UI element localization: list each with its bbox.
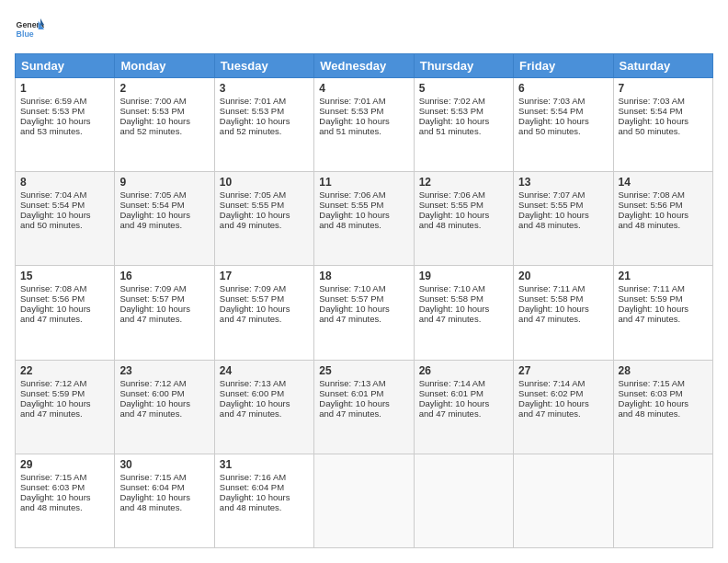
sunrise-line: Sunrise: 7:11 AM bbox=[518, 283, 585, 293]
sunset-line: Sunset: 5:53 PM bbox=[220, 106, 284, 116]
sunrise-line: Sunrise: 7:09 AM bbox=[119, 283, 186, 293]
sunrise-line: Sunrise: 7:15 AM bbox=[119, 472, 186, 482]
sunset-line: Sunset: 5:57 PM bbox=[220, 293, 284, 304]
daylight-line: Daylight: 10 hours bbox=[319, 398, 390, 408]
daylight-minutes: and 48 minutes. bbox=[119, 502, 182, 512]
daylight-line: Daylight: 10 hours bbox=[319, 210, 390, 220]
daylight-line: Daylight: 10 hours bbox=[119, 398, 190, 408]
sunrise-line: Sunrise: 7:05 AM bbox=[119, 190, 186, 200]
calendar-cell: 13Sunrise: 7:07 AMSunset: 5:55 PMDayligh… bbox=[514, 172, 613, 266]
sunrise-line: Sunrise: 7:01 AM bbox=[220, 96, 286, 106]
daylight-minutes: and 47 minutes. bbox=[419, 314, 482, 324]
sunrise-line: Sunrise: 7:09 AM bbox=[220, 283, 286, 293]
daylight-minutes: and 48 minutes. bbox=[518, 220, 581, 230]
daylight-line: Daylight: 10 hours bbox=[220, 116, 290, 126]
calendar-cell: 20Sunrise: 7:11 AMSunset: 5:58 PMDayligh… bbox=[514, 266, 613, 360]
col-thursday: Thursday bbox=[414, 54, 513, 78]
sunrise-line: Sunrise: 7:10 AM bbox=[319, 283, 385, 293]
daylight-minutes: and 48 minutes. bbox=[619, 220, 681, 230]
sunset-line: Sunset: 5:59 PM bbox=[619, 293, 683, 304]
sunset-line: Sunset: 5:57 PM bbox=[119, 293, 184, 304]
sunset-line: Sunset: 6:02 PM bbox=[518, 388, 583, 398]
day-number: 8 bbox=[20, 176, 109, 189]
col-monday: Monday bbox=[115, 54, 214, 78]
calendar-cell: 11Sunrise: 7:06 AMSunset: 5:55 PMDayligh… bbox=[314, 172, 414, 266]
daylight-minutes: and 47 minutes. bbox=[20, 408, 83, 419]
daylight-minutes: and 52 minutes. bbox=[119, 126, 182, 136]
sunset-line: Sunset: 6:00 PM bbox=[119, 388, 184, 398]
day-number: 16 bbox=[119, 270, 209, 282]
daylight-minutes: and 47 minutes. bbox=[619, 314, 681, 324]
calendar-cell: 4Sunrise: 7:01 AMSunset: 5:53 PMDaylight… bbox=[314, 78, 414, 172]
calendar-cell: 28Sunrise: 7:15 AMSunset: 6:03 PMDayligh… bbox=[613, 360, 712, 454]
day-number: 23 bbox=[119, 364, 209, 377]
day-number: 27 bbox=[518, 364, 608, 377]
daylight-line: Daylight: 10 hours bbox=[119, 210, 190, 220]
daylight-minutes: and 47 minutes. bbox=[319, 408, 381, 419]
sunset-line: Sunset: 5:55 PM bbox=[419, 200, 483, 210]
calendar-cell: 30Sunrise: 7:15 AMSunset: 6:04 PMDayligh… bbox=[115, 454, 214, 547]
daylight-minutes: and 47 minutes. bbox=[119, 314, 182, 324]
sunrise-line: Sunrise: 7:15 AM bbox=[20, 472, 86, 482]
sunset-line: Sunset: 5:58 PM bbox=[419, 293, 483, 304]
calendar-cell: 1Sunrise: 6:59 AMSunset: 5:53 PMDaylight… bbox=[16, 78, 115, 172]
col-friday: Friday bbox=[514, 54, 613, 78]
sunset-line: Sunset: 6:04 PM bbox=[220, 482, 284, 492]
sunset-line: Sunset: 6:01 PM bbox=[319, 388, 383, 398]
svg-text:Blue: Blue bbox=[17, 29, 34, 39]
col-saturday: Saturday bbox=[613, 54, 712, 78]
daylight-minutes: and 47 minutes. bbox=[220, 408, 282, 419]
daylight-line: Daylight: 10 hours bbox=[619, 210, 689, 220]
calendar-cell bbox=[414, 454, 513, 547]
daylight-minutes: and 48 minutes. bbox=[619, 408, 681, 419]
sunset-line: Sunset: 5:56 PM bbox=[619, 200, 683, 210]
calendar-cell: 12Sunrise: 7:06 AMSunset: 5:55 PMDayligh… bbox=[414, 172, 513, 266]
day-number: 10 bbox=[220, 176, 309, 189]
sunrise-line: Sunrise: 7:16 AM bbox=[220, 472, 286, 482]
sunset-line: Sunset: 5:53 PM bbox=[119, 106, 184, 116]
week-row-3: 15Sunrise: 7:08 AMSunset: 5:56 PMDayligh… bbox=[16, 266, 713, 360]
sunset-line: Sunset: 5:57 PM bbox=[319, 293, 383, 304]
daylight-minutes: and 50 minutes. bbox=[20, 220, 83, 230]
day-number: 20 bbox=[518, 270, 608, 282]
daylight-minutes: and 51 minutes. bbox=[319, 126, 381, 136]
weekday-header-row: Sunday Monday Tuesday Wednesday Thursday… bbox=[16, 54, 713, 78]
daylight-minutes: and 53 minutes. bbox=[20, 126, 83, 136]
sunrise-line: Sunrise: 7:05 AM bbox=[220, 190, 286, 200]
daylight-line: Daylight: 10 hours bbox=[319, 116, 390, 126]
daylight-minutes: and 50 minutes. bbox=[518, 126, 581, 136]
sunrise-line: Sunrise: 7:08 AM bbox=[20, 283, 86, 293]
daylight-minutes: and 47 minutes. bbox=[518, 408, 581, 419]
daylight-line: Daylight: 10 hours bbox=[220, 210, 290, 220]
sunrise-line: Sunrise: 7:04 AM bbox=[20, 190, 86, 200]
sunset-line: Sunset: 5:54 PM bbox=[20, 200, 85, 210]
sunrise-line: Sunrise: 7:06 AM bbox=[419, 190, 485, 200]
col-sunday: Sunday bbox=[16, 54, 115, 78]
calendar-cell: 15Sunrise: 7:08 AMSunset: 5:56 PMDayligh… bbox=[16, 266, 115, 360]
sunset-line: Sunset: 5:58 PM bbox=[518, 293, 583, 304]
calendar-cell: 29Sunrise: 7:15 AMSunset: 6:03 PMDayligh… bbox=[16, 454, 115, 547]
calendar-cell: 27Sunrise: 7:14 AMSunset: 6:02 PMDayligh… bbox=[514, 360, 613, 454]
calendar-cell: 3Sunrise: 7:01 AMSunset: 5:53 PMDaylight… bbox=[214, 78, 313, 172]
sunset-line: Sunset: 6:03 PM bbox=[20, 482, 85, 492]
calendar-cell: 7Sunrise: 7:03 AMSunset: 5:54 PMDaylight… bbox=[613, 78, 712, 172]
sunrise-line: Sunrise: 7:14 AM bbox=[518, 378, 585, 388]
calendar-cell: 9Sunrise: 7:05 AMSunset: 5:54 PMDaylight… bbox=[115, 172, 214, 266]
calendar-cell: 8Sunrise: 7:04 AMSunset: 5:54 PMDaylight… bbox=[16, 172, 115, 266]
sunset-line: Sunset: 5:54 PM bbox=[119, 200, 184, 210]
daylight-line: Daylight: 10 hours bbox=[319, 304, 390, 314]
sunrise-line: Sunrise: 7:00 AM bbox=[119, 96, 186, 106]
daylight-line: Daylight: 10 hours bbox=[518, 210, 589, 220]
daylight-line: Daylight: 10 hours bbox=[20, 398, 91, 408]
week-row-5: 29Sunrise: 7:15 AMSunset: 6:03 PMDayligh… bbox=[16, 454, 713, 547]
daylight-line: Daylight: 10 hours bbox=[20, 116, 91, 126]
sunset-line: Sunset: 6:01 PM bbox=[419, 388, 483, 398]
sunset-line: Sunset: 5:53 PM bbox=[20, 106, 85, 116]
day-number: 12 bbox=[419, 176, 508, 189]
sunrise-line: Sunrise: 7:13 AM bbox=[319, 378, 385, 388]
daylight-line: Daylight: 10 hours bbox=[518, 304, 589, 314]
day-number: 7 bbox=[619, 82, 708, 95]
daylight-line: Daylight: 10 hours bbox=[419, 304, 490, 314]
daylight-line: Daylight: 10 hours bbox=[619, 398, 689, 408]
daylight-line: Daylight: 10 hours bbox=[220, 398, 290, 408]
